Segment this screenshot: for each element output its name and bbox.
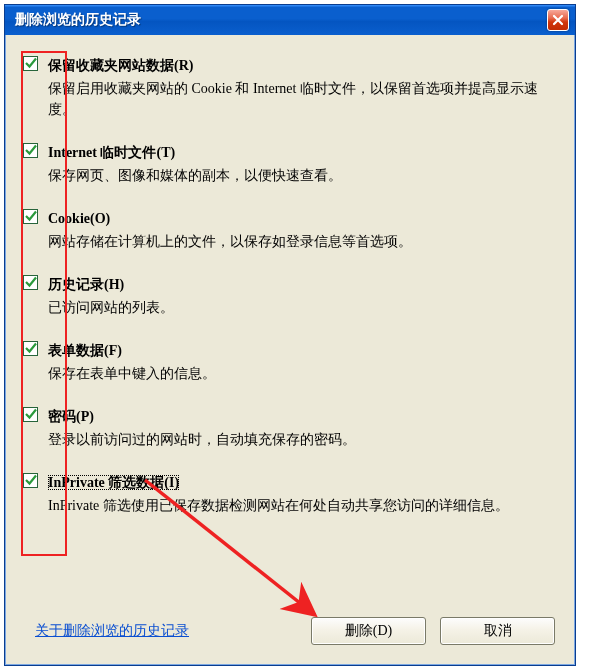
option-label[interactable]: 历史记录(H) bbox=[48, 277, 124, 292]
option-text: InPrivate 筛选数据(I)InPrivate 筛选使用已保存数据检测网站… bbox=[48, 472, 557, 516]
option-description: 已访问网站的列表。 bbox=[48, 297, 557, 318]
checkbox[interactable] bbox=[23, 209, 38, 224]
checkbox[interactable] bbox=[23, 473, 38, 488]
option-text: 保留收藏夹网站数据(R)保留启用收藏夹网站的 Cookie 和 Internet… bbox=[48, 55, 557, 120]
checkbox[interactable] bbox=[23, 407, 38, 422]
close-button[interactable] bbox=[547, 9, 569, 31]
delete-button[interactable]: 删除(D) bbox=[311, 617, 426, 645]
dialog-window: 删除浏览的历史记录 保留收藏夹网站数据(R)保留启用收藏夹网站的 Cookie … bbox=[4, 4, 576, 666]
option-label[interactable]: 密码(P) bbox=[48, 409, 94, 424]
titlebar: 删除浏览的历史记录 bbox=[5, 5, 575, 35]
option-row: 表单数据(F)保存在表单中键入的信息。 bbox=[23, 340, 557, 384]
option-row: 保留收藏夹网站数据(R)保留启用收藏夹网站的 Cookie 和 Internet… bbox=[23, 55, 557, 120]
checkbox[interactable] bbox=[23, 341, 38, 356]
option-text: 历史记录(H)已访问网站的列表。 bbox=[48, 274, 557, 318]
option-label[interactable]: 表单数据(F) bbox=[48, 343, 122, 358]
checkbox[interactable] bbox=[23, 275, 38, 290]
window-title: 删除浏览的历史记录 bbox=[15, 11, 547, 29]
option-label[interactable]: Internet 临时文件(T) bbox=[48, 145, 175, 160]
option-text: 表单数据(F)保存在表单中键入的信息。 bbox=[48, 340, 557, 384]
option-description: 登录以前访问过的网站时，自动填充保存的密码。 bbox=[48, 429, 557, 450]
dialog-content: 保留收藏夹网站数据(R)保留启用收藏夹网站的 Cookie 和 Internet… bbox=[5, 35, 575, 605]
option-text: Internet 临时文件(T)保存网页、图像和媒体的副本，以便快速查看。 bbox=[48, 142, 557, 186]
option-row: 历史记录(H)已访问网站的列表。 bbox=[23, 274, 557, 318]
option-label[interactable]: 保留收藏夹网站数据(R) bbox=[48, 58, 193, 73]
option-description: 保存网页、图像和媒体的副本，以便快速查看。 bbox=[48, 165, 557, 186]
checkbox[interactable] bbox=[23, 56, 38, 71]
option-description: 保存在表单中键入的信息。 bbox=[48, 363, 557, 384]
option-text: Cookie(O)网站存储在计算机上的文件，以保存如登录信息等首选项。 bbox=[48, 208, 557, 252]
option-row: 密码(P)登录以前访问过的网站时，自动填充保存的密码。 bbox=[23, 406, 557, 450]
option-row: Cookie(O)网站存储在计算机上的文件，以保存如登录信息等首选项。 bbox=[23, 208, 557, 252]
checkbox[interactable] bbox=[23, 143, 38, 158]
option-description: 网站存储在计算机上的文件，以保存如登录信息等首选项。 bbox=[48, 231, 557, 252]
cancel-button[interactable]: 取消 bbox=[440, 617, 555, 645]
option-description: InPrivate 筛选使用已保存数据检测网站在何处自动共享您访问的详细信息。 bbox=[48, 495, 557, 516]
option-text: 密码(P)登录以前访问过的网站时，自动填充保存的密码。 bbox=[48, 406, 557, 450]
option-row: InPrivate 筛选数据(I)InPrivate 筛选使用已保存数据检测网站… bbox=[23, 472, 557, 516]
dialog-footer: 关于删除浏览的历史记录 删除(D) 取消 bbox=[5, 605, 575, 665]
close-icon bbox=[552, 14, 564, 26]
option-description: 保留启用收藏夹网站的 Cookie 和 Internet 临时文件，以保留首选项… bbox=[48, 78, 557, 120]
about-link[interactable]: 关于删除浏览的历史记录 bbox=[35, 622, 297, 640]
option-label[interactable]: InPrivate 筛选数据(I) bbox=[48, 475, 179, 490]
option-label[interactable]: Cookie(O) bbox=[48, 211, 110, 226]
option-row: Internet 临时文件(T)保存网页、图像和媒体的副本，以便快速查看。 bbox=[23, 142, 557, 186]
